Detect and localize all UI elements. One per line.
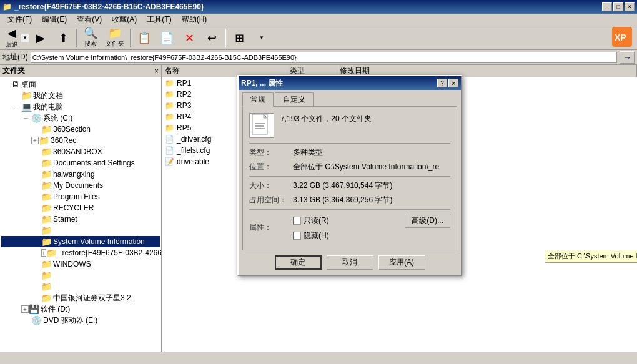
path-tooltip: 全部位于 C:\System Volume Information\_resto… bbox=[545, 250, 637, 263]
tree-item-e-drive[interactable]: 💿 DVD 驱动器 (E:) bbox=[1, 315, 160, 326]
back-button-group: ◀ 后退 ▼ bbox=[2, 27, 29, 49]
prop-row-size: 大小： 3.22 GB (3,467,910,544 字节) bbox=[249, 180, 450, 191]
tree-item-empty1[interactable]: 📁 bbox=[1, 225, 160, 236]
search-button[interactable]: 🔍 搜索 bbox=[80, 27, 101, 49]
folder-panel-header: 文件夹 × bbox=[0, 65, 161, 77]
tree-item-docssettings[interactable]: 📁 Documents and Settings bbox=[1, 157, 160, 169]
tree-item-programfiles[interactable]: 📁 Program Files bbox=[1, 191, 160, 202]
address-label: 地址(D) bbox=[2, 52, 28, 62]
expand-icon[interactable]: ─ bbox=[21, 115, 31, 121]
menu-file[interactable]: 文件(F) bbox=[2, 13, 37, 26]
dialog-close-button[interactable]: ✕ bbox=[448, 79, 458, 87]
tree-item-windows[interactable]: 📁 WINDOWS bbox=[1, 258, 160, 270]
desktop-icon: 🖥 bbox=[11, 79, 20, 89]
separator-2 bbox=[249, 176, 450, 177]
up-button[interactable]: ⬆ bbox=[52, 27, 74, 49]
tree-item-360rec[interactable]: + 📁 360Rec bbox=[1, 135, 160, 146]
menu-bar: 文件(F) 编辑(E) 查看(V) 收藏(A) 工具(T) 帮助(H) bbox=[0, 14, 637, 26]
undo-button[interactable]: ↩ bbox=[201, 27, 222, 49]
dialog-help-button[interactable]: ? bbox=[437, 79, 447, 87]
disk-label: 占用空间： bbox=[249, 195, 293, 205]
hidden-label: 隐藏(H) bbox=[304, 230, 329, 241]
folder-panel-close[interactable]: × bbox=[154, 67, 159, 76]
back-button[interactable]: ◀ 后退 bbox=[2, 27, 21, 49]
tree-item-mycomputer[interactable]: ─ 💻 我的电脑 bbox=[1, 101, 160, 112]
view-button[interactable]: ⊞ bbox=[229, 27, 250, 49]
mydocs-icon: 📁 bbox=[21, 91, 32, 101]
dialog-info-row: 7,193 个文件，20 个文件夹 bbox=[249, 113, 450, 138]
dialog-tabs: 常规 自定义 bbox=[239, 90, 461, 106]
toolbar-separator-2 bbox=[130, 29, 131, 47]
menu-tools[interactable]: 工具(T) bbox=[142, 13, 176, 26]
hidden-checkbox[interactable] bbox=[293, 232, 301, 240]
tree-item-d-drive[interactable]: + 💾 软件 (D:) bbox=[1, 303, 160, 315]
prop-row-disk: 占用空间： 3.13 GB (3,364,369,256 字节) bbox=[249, 195, 450, 205]
menu-favorites[interactable]: 收藏(A) bbox=[107, 13, 142, 26]
tree-item-desktop[interactable]: 🖥 桌面 bbox=[1, 79, 160, 90]
title-icon: 📁 bbox=[2, 2, 12, 11]
folder-button[interactable]: 📁 文件夹 bbox=[102, 27, 127, 49]
advanced-button[interactable]: 高级(D)... bbox=[405, 214, 450, 228]
cancel-button[interactable]: 取消 bbox=[327, 255, 373, 270]
file-type-icon bbox=[249, 113, 274, 138]
expand-icon-plus[interactable]: + bbox=[41, 249, 46, 257]
close-button[interactable]: ✕ bbox=[625, 2, 635, 11]
forward-button[interactable]: ▶ bbox=[30, 27, 51, 49]
expand-icon-plus[interactable]: + bbox=[21, 305, 29, 313]
tab-custom[interactable]: 自定义 bbox=[275, 92, 314, 106]
tree-item-starnet[interactable]: 📁 Starnet bbox=[1, 214, 160, 225]
folder-icon: 📁 bbox=[41, 293, 52, 303]
apply-button[interactable]: 应用(A) bbox=[378, 255, 425, 270]
tree-item-360sandbox[interactable]: 📁 360SANDBOX bbox=[1, 146, 160, 157]
status-bar bbox=[0, 352, 637, 364]
menu-edit[interactable]: 编辑(E) bbox=[37, 13, 72, 26]
move-button[interactable]: 📋 bbox=[134, 27, 155, 49]
ok-button[interactable]: 确定 bbox=[275, 255, 322, 270]
tree-item-mydocuments[interactable]: 📁 My Documents bbox=[1, 180, 160, 191]
size-value: 3.22 GB (3,467,910,544 字节) bbox=[293, 180, 392, 191]
folder-icon: 📁 bbox=[41, 180, 52, 190]
folder-icon: 📁 bbox=[41, 270, 52, 280]
menu-view[interactable]: 查看(V) bbox=[72, 13, 107, 26]
svg-rect-5 bbox=[255, 128, 265, 129]
tree-item-recycler[interactable]: 📁 RECYCLER bbox=[1, 202, 160, 214]
tree-item-mydocs[interactable]: 📁 我的文档 bbox=[1, 90, 160, 101]
tree-item-restore[interactable]: + 📁 _restore{F49F675F-03B2-4266 bbox=[1, 247, 160, 258]
menu-help[interactable]: 帮助(H) bbox=[177, 13, 212, 26]
c-drive-icon: 💿 bbox=[31, 113, 42, 123]
address-go-button[interactable]: → bbox=[620, 51, 635, 64]
readonly-checkbox[interactable] bbox=[293, 217, 301, 225]
tab-general[interactable]: 常规 bbox=[242, 92, 274, 107]
folder-icon: 📁 bbox=[39, 135, 49, 145]
folder-panel: 文件夹 × 🖥 桌面 📁 我的文档 ─ 💻 我的电脑 bbox=[0, 65, 162, 352]
view-dropdown-button[interactable]: ▼ bbox=[251, 27, 272, 49]
toolbar: ◀ 后退 ▼ ▶ ⬆ 🔍 搜索 📁 文件夹 📋 📄 bbox=[0, 26, 637, 50]
maximize-button[interactable]: □ bbox=[613, 2, 623, 11]
tree-item-c-drive[interactable]: ─ 💿 系统 (C:) bbox=[1, 112, 160, 124]
address-input[interactable] bbox=[31, 52, 617, 63]
folder-icon: 📁 bbox=[41, 237, 52, 247]
minimize-button[interactable]: ─ bbox=[602, 2, 612, 11]
tree-item-360section[interactable]: 📁 360Section bbox=[1, 124, 160, 135]
paste-button[interactable]: ✕ bbox=[179, 27, 200, 49]
expand-icon-plus[interactable]: + bbox=[31, 137, 39, 144]
tree-item-sysvolinfo[interactable]: 📁 System Volume Information bbox=[1, 236, 160, 247]
attr-row: 属性： 只读(R) 高级(D)... 隐藏(H) bbox=[249, 214, 450, 241]
folder-tree: 🖥 桌面 📁 我的文档 ─ 💻 我的电脑 ─ 💿 系统 (C:) bbox=[0, 77, 161, 352]
folder-icon: 📁 bbox=[41, 192, 52, 202]
readonly-label: 只读(R) bbox=[304, 215, 329, 226]
back-dropdown-button[interactable]: ▼ bbox=[21, 34, 29, 42]
tree-item-empty2[interactable]: 📁 bbox=[1, 270, 160, 281]
expand-icon[interactable]: ─ bbox=[11, 104, 21, 110]
copy-button[interactable]: 📄 bbox=[156, 27, 177, 49]
folder-icon: 📁 bbox=[41, 203, 52, 213]
dialog-title-bar: RP1, ... 属性 ? ✕ bbox=[239, 76, 461, 90]
tree-item-haiwangxing[interactable]: 📁 haiwangxing bbox=[1, 169, 160, 180]
d-drive-icon: 💾 bbox=[29, 304, 39, 314]
folder-icon: 📁 bbox=[41, 282, 52, 292]
hidden-row: 隐藏(H) bbox=[293, 230, 450, 241]
folder-icon: 📁 bbox=[41, 124, 52, 134]
tree-item-empty3[interactable]: 📁 bbox=[1, 281, 160, 292]
svg-rect-4 bbox=[255, 125, 264, 127]
tree-item-zhongguo[interactable]: 📁 中国银河证券双子星3.2 bbox=[1, 292, 160, 303]
